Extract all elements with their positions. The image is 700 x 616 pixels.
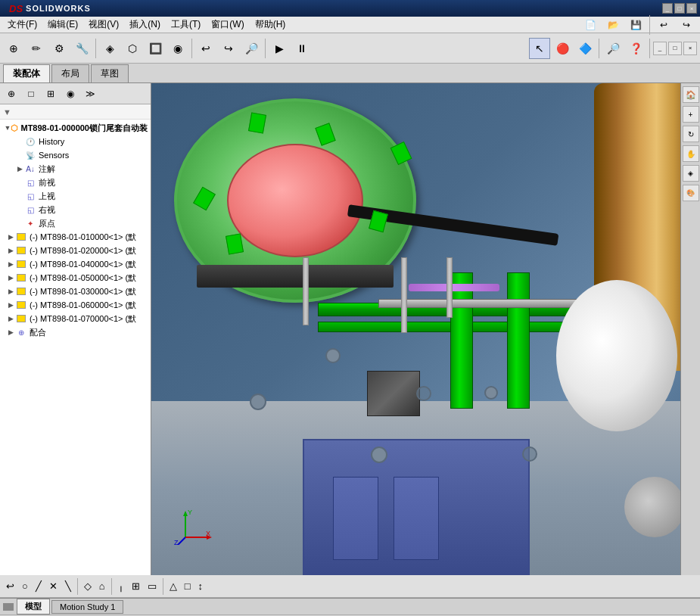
inner-close-btn[interactable]: _ bbox=[653, 42, 667, 55]
tree-part-020000[interactable]: ▶ (-) MT898-01-020000<1> (默 bbox=[0, 244, 151, 257]
panel-icon-featuremgr[interactable]: ⊕ bbox=[3, 86, 20, 102]
toolbar-sep-3 bbox=[191, 39, 192, 58]
origin-icon: ✦ bbox=[24, 217, 36, 229]
tree-frontview[interactable]: ◱ 前视 bbox=[0, 176, 151, 189]
panel-icon-configmgr[interactable]: ⊞ bbox=[42, 86, 59, 102]
filter-bar: ▼ bbox=[0, 104, 151, 120]
scroll-left-btn[interactable] bbox=[3, 603, 14, 611]
quick-save-btn[interactable]: 💾 bbox=[625, 14, 646, 36]
tab-layout[interactable]: 布局 bbox=[51, 64, 89, 82]
cmd-btn-10[interactable]: ▭ bbox=[145, 577, 160, 596]
toolbar-btn-cursor[interactable]: ↖ bbox=[529, 38, 550, 59]
menu-file[interactable]: 文件(F) bbox=[3, 17, 42, 33]
toolbar-btn-6[interactable]: ⬡ bbox=[122, 38, 143, 59]
tree-annotations[interactable]: ▶ A↓ 注解 bbox=[0, 162, 151, 176]
inner-x-btn[interactable]: × bbox=[683, 42, 697, 55]
tree-history[interactable]: 🕐 History bbox=[0, 135, 151, 148]
quick-new-btn[interactable]: 📄 bbox=[580, 14, 601, 36]
tree-part-040000[interactable]: ▶ (-) MT898-01-040000<1> (默 bbox=[0, 257, 151, 271]
view-pan-btn[interactable]: ✋ bbox=[683, 145, 699, 162]
bottom-tab-motion[interactable]: Motion Study 1 bbox=[51, 600, 123, 614]
tree-rightview[interactable]: ◱ 右视 bbox=[0, 203, 151, 216]
annot-label: 注解 bbox=[39, 163, 55, 175]
quick-open-btn[interactable]: 📂 bbox=[602, 14, 624, 36]
toolbar-btn-16[interactable]: 🔎 bbox=[602, 38, 624, 59]
part-label-020000: (-) MT898-01-020000<1> (默 bbox=[30, 245, 136, 257]
close-button[interactable]: × bbox=[686, 3, 697, 14]
view-color-btn[interactable]: 🎨 bbox=[683, 185, 699, 201]
view-display-btn[interactable]: ◈ bbox=[683, 165, 699, 182]
tree-root-assembly[interactable]: ▼ ⬡ MT898-01-000000锁门尾套自动装 bbox=[0, 121, 151, 135]
cmd-btn-11[interactable]: △ bbox=[166, 577, 180, 596]
green-support-1 bbox=[450, 272, 473, 409]
cmd-btn-6[interactable]: ◇ bbox=[81, 577, 95, 596]
toolbar-btn-14[interactable]: 🔴 bbox=[552, 38, 573, 59]
toolbar-btn-10[interactable]: ↪ bbox=[218, 38, 239, 59]
toolbar-btn-1[interactable]: ⊕ bbox=[3, 38, 24, 59]
cmd-btn-9[interactable]: ⊞ bbox=[129, 577, 143, 596]
cmd-btn-8[interactable]: ╷ bbox=[115, 577, 127, 596]
part-icon-060000 bbox=[15, 299, 27, 311]
left-panel: ⊕ □ ⊞ ◉ ≫ ▼ ▼ ⬡ MT898-01-000000锁门尾套自动装 🕐 bbox=[0, 83, 151, 575]
view-home-btn[interactable]: 🏠 bbox=[683, 86, 699, 103]
tree-part-030000[interactable]: ▶ (-) MT898-01-030000<1> (默 bbox=[0, 285, 151, 298]
maximize-button[interactable]: □ bbox=[674, 3, 685, 14]
cmd-btn-3[interactable]: ╱ bbox=[33, 577, 45, 596]
view-rotate-btn[interactable]: ↻ bbox=[683, 126, 699, 142]
tab-assembly[interactable]: 装配体 bbox=[3, 64, 50, 82]
tree-part-050000[interactable]: ▶ (-) MT898-01-050000<1> (默 bbox=[0, 271, 151, 285]
panel-icon-dimxpert[interactable]: ◉ bbox=[62, 86, 79, 102]
menu-window[interactable]: 窗口(W) bbox=[207, 17, 248, 33]
cmd-btn-12[interactable]: □ bbox=[182, 577, 194, 596]
viewport-right-toolbar: 🏠 + ↻ ✋ ◈ 🎨 bbox=[680, 83, 700, 575]
menu-edit[interactable]: 编辑(E) bbox=[43, 17, 82, 33]
toolbar-btn-4[interactable]: 🔧 bbox=[71, 38, 92, 59]
panel-icon-expand[interactable]: ≫ bbox=[82, 86, 98, 102]
panel-icon-propmgr[interactable]: □ bbox=[23, 86, 39, 102]
tree-part-070000[interactable]: ▶ (-) MT898-01-070000<1> (默 bbox=[0, 312, 151, 325]
cmd-btn-4[interactable]: ✕ bbox=[46, 577, 61, 596]
part-label-050000: (-) MT898-01-050000<1> (默 bbox=[30, 272, 136, 284]
toolbar-btn-15[interactable]: 🔷 bbox=[574, 38, 596, 59]
cmd-btn-2[interactable]: ○ bbox=[19, 577, 31, 596]
3d-viewport[interactable]: Y X Z � bbox=[151, 83, 700, 575]
menu-help[interactable]: 帮助(H) bbox=[250, 17, 291, 33]
menu-view[interactable]: 视图(V) bbox=[84, 17, 123, 33]
toolbar-sep-6 bbox=[649, 39, 650, 58]
toolbar-sep-2 bbox=[95, 39, 96, 58]
quick-redo-btn[interactable]: ↪ bbox=[676, 14, 697, 36]
tree-sensors[interactable]: 📡 Sensors bbox=[0, 148, 151, 162]
toolbar-btn-8[interactable]: ◉ bbox=[167, 38, 188, 59]
minimize-button[interactable]: _ bbox=[662, 3, 673, 14]
toolbar-btn-9[interactable]: ↩ bbox=[195, 38, 216, 59]
toolbar-btn-17[interactable]: ❓ bbox=[625, 38, 646, 59]
toolbar-btn-3[interactable]: ⚙ bbox=[48, 38, 70, 59]
tree-topview[interactable]: ◱ 上视 bbox=[0, 189, 151, 203]
tree-part-010000[interactable]: ▶ (-) MT898-01-010000<1> (默 bbox=[0, 230, 151, 244]
tree-mates[interactable]: ▶ ⊕ 配合 bbox=[0, 325, 151, 339]
part-expand-030000: ▶ bbox=[6, 288, 15, 295]
menu-insert[interactable]: 插入(N) bbox=[125, 17, 165, 33]
tab-drawing[interactable]: 草图 bbox=[91, 64, 129, 82]
toolbar-btn-5[interactable]: ◈ bbox=[99, 38, 120, 59]
quick-undo-btn[interactable]: ↩ bbox=[653, 14, 674, 36]
cmd-btn-7[interactable]: ⌂ bbox=[96, 577, 108, 596]
inner-max-btn[interactable]: □ bbox=[668, 42, 682, 55]
toolbar-btn-12[interactable]: ▶ bbox=[269, 38, 290, 59]
tree-origin[interactable]: ✦ 原点 bbox=[0, 216, 151, 230]
cmd-btn-13[interactable]: ↕ bbox=[195, 577, 207, 596]
toolbar-btn-7[interactable]: 🔲 bbox=[145, 38, 166, 59]
view-zoom-in-btn[interactable]: + bbox=[683, 106, 699, 123]
part-label-060000: (-) MT898-01-060000<1> (默 bbox=[30, 300, 136, 311]
toolbar-btn-11[interactable]: 🔎 bbox=[241, 38, 262, 59]
svg-text:X: X bbox=[206, 530, 210, 537]
tree-part-060000[interactable]: ▶ (-) MT898-01-060000<1> (默 bbox=[0, 298, 151, 312]
part-label-040000: (-) MT898-01-040000<1> (默 bbox=[30, 259, 136, 270]
cmd-btn-1[interactable]: ↩ bbox=[3, 577, 17, 596]
menu-tools[interactable]: 工具(T) bbox=[166, 17, 205, 33]
bottom-tab-model[interactable]: 模型 bbox=[17, 599, 50, 614]
toolbar-btn-2[interactable]: ✏ bbox=[26, 38, 47, 59]
cmd-btn-5[interactable]: ╲ bbox=[62, 577, 74, 596]
toolbar-btn-13[interactable]: ⏸ bbox=[291, 38, 313, 59]
part-label-070000: (-) MT898-01-070000<1> (默 bbox=[30, 313, 136, 325]
